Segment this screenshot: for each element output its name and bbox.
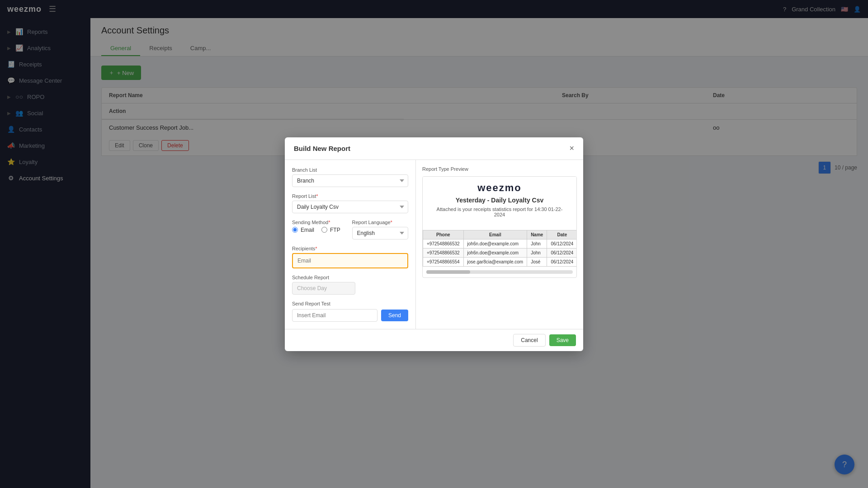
email-radio[interactable]: [292, 227, 298, 233]
preview-row-1: +972548866532 joh6n.doe@example.com John…: [423, 239, 577, 248]
preview-cell: 06/12/2024: [547, 257, 577, 266]
report-language-label: Report Language*: [352, 220, 409, 225]
preview-cell: joh6n.doe@example.com: [463, 248, 527, 257]
sending-method-options: Email FTP: [292, 227, 349, 233]
report-list-label: Report List*: [292, 193, 408, 199]
modal-title: Build New Report: [294, 145, 350, 152]
sending-method-group: Sending Method* Email FTP: [292, 220, 349, 239]
modal-body: Branch List Branch Report List* Daily Lo…: [285, 160, 583, 329]
send-test-row: Send: [292, 309, 408, 322]
report-language-group: Report Language* English: [352, 220, 409, 239]
preview-cell: +972548866532: [423, 248, 464, 257]
preview-col-phone: Phone: [423, 230, 464, 239]
preview-scrollbar: [426, 270, 573, 274]
required-indicator: *: [315, 246, 317, 251]
preview-email: weezmo Yesterday - Daily Loyalty Csv Att…: [422, 176, 577, 278]
report-language-select[interactable]: English: [352, 227, 409, 239]
branch-list-select[interactable]: Branch: [292, 174, 408, 187]
sending-method-label: Sending Method*: [292, 220, 349, 225]
preview-panel: Report Type Preview weezmo Yesterday - D…: [416, 160, 583, 329]
cancel-button[interactable]: Cancel: [513, 334, 545, 347]
preview-cell: jose.gar8cia@example.com: [463, 257, 527, 266]
preview-cell: +972548866554: [423, 257, 464, 266]
preview-cell: joh6n.doe@example.com: [463, 239, 527, 248]
branch-list-group: Branch List Branch: [292, 167, 408, 187]
preview-cell: 06/12/2024: [547, 248, 577, 257]
required-indicator: *: [391, 220, 392, 225]
preview-scrollbar-container: [423, 267, 576, 277]
preview-col-email: Email: [463, 230, 527, 239]
modal-footer: Cancel Save: [285, 329, 583, 351]
email-radio-group: Email: [292, 227, 314, 233]
required-indicator: *: [328, 220, 330, 225]
ftp-radio-group: FTP: [321, 227, 340, 233]
preview-col-date: Date: [547, 230, 577, 239]
modal-header: Build New Report ×: [285, 137, 583, 160]
schedule-select-wrapper: Choose Day: [292, 282, 408, 295]
report-list-select[interactable]: Daily Loyalty Csv: [292, 201, 408, 213]
method-language-row: Sending Method* Email FTP: [292, 220, 408, 239]
preview-email-body: Attached is your receipts statistics rep…: [428, 206, 571, 221]
preview-scrollbar-inner: [426, 270, 470, 274]
save-button[interactable]: Save: [549, 334, 576, 346]
preview-email-subject: Yesterday - Daily Loyalty Csv: [428, 197, 571, 204]
schedule-report-label: Schedule Report: [292, 275, 408, 280]
preview-cell: +972548866532: [423, 239, 464, 248]
preview-cell: John: [527, 239, 547, 248]
preview-col-name: Name: [527, 230, 547, 239]
required-indicator: *: [316, 193, 318, 199]
schedule-report-group: Schedule Report Choose Day: [292, 275, 408, 295]
preview-weezmo-logo: weezmo: [428, 182, 571, 194]
ftp-radio-label: FTP: [330, 227, 340, 233]
modal-close-button[interactable]: ×: [569, 144, 574, 153]
branch-list-label: Branch List: [292, 167, 408, 173]
send-test-label: Send Report Test: [292, 301, 408, 306]
form-panel: Branch List Branch Report List* Daily Lo…: [285, 160, 416, 329]
report-list-group: Report List* Daily Loyalty Csv: [292, 193, 408, 213]
ftp-radio[interactable]: [321, 227, 327, 233]
preview-table: Phone Email Name Date +972548866532 joh6…: [423, 230, 577, 267]
preview-row-3: +972548866554 jose.gar8cia@example.com J…: [423, 257, 577, 266]
preview-email-header: weezmo Yesterday - Daily Loyalty Csv Att…: [423, 177, 576, 226]
recipients-input[interactable]: [292, 253, 408, 268]
preview-cell: 06/12/2024: [547, 239, 577, 248]
preview-cell: John: [527, 248, 547, 257]
build-new-report-modal: Build New Report × Branch List Branch: [285, 137, 583, 351]
preview-title: Report Type Preview: [422, 166, 577, 172]
preview-row-2: +972548866532 joh6n.doe@example.com John…: [423, 248, 577, 257]
modal-overlay[interactable]: Build New Report × Branch List Branch: [0, 0, 868, 488]
recipients-group: Recipients*: [292, 246, 408, 268]
email-radio-label: Email: [301, 227, 314, 233]
preview-cell: José: [527, 257, 547, 266]
send-test-section: Send Report Test Send: [292, 301, 408, 322]
send-test-button[interactable]: Send: [381, 310, 408, 321]
test-email-input[interactable]: [292, 309, 377, 322]
schedule-day-select[interactable]: Choose Day: [292, 282, 355, 295]
recipients-label: Recipients*: [292, 246, 408, 251]
